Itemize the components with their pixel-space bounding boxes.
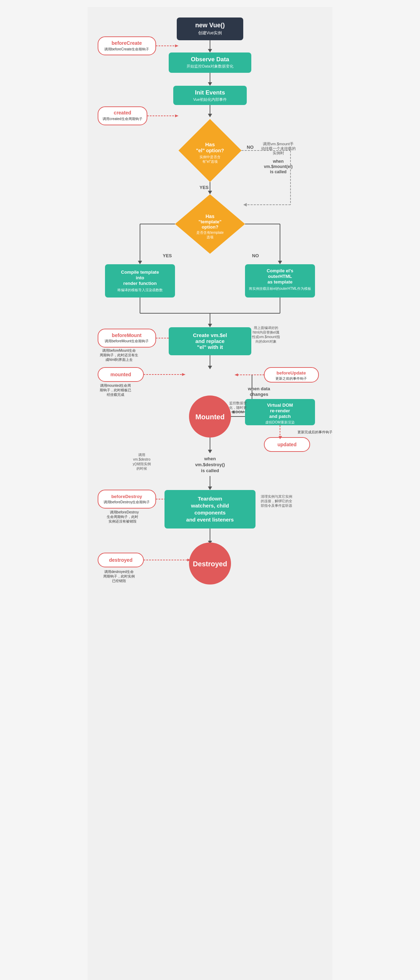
svg-text:将编译的模板导入渲染函数数: 将编译的模板导入渲染函数数: [117, 288, 163, 292]
svg-text:调用vm.$mount手: 调用vm.$mount手: [263, 142, 293, 146]
svg-text:更新完成后的事件钩子: 更新完成后的事件钩子: [298, 430, 332, 434]
svg-text:调用created生命周期钩子: 调用created生命周期钩子: [103, 117, 142, 121]
svg-text:调用beforeCreate生命期钩子: 调用beforeCreate生命期钩子: [104, 47, 149, 51]
svg-text:vm.$destroy(): vm.$destroy(): [195, 462, 225, 467]
svg-text:Compile template: Compile template: [121, 269, 159, 275]
svg-text:Has: Has: [205, 142, 215, 147]
svg-text:有"el"选项: 有"el"选项: [202, 160, 218, 164]
svg-text:vm.$mount(el): vm.$mount(el): [264, 164, 293, 169]
svg-text:虚拟DOM重新渲染: 虚拟DOM重新渲染: [265, 420, 294, 424]
svg-text:y()销毁实例: y()销毁实例: [133, 462, 151, 466]
svg-text:调用beforeDestroy: 调用beforeDestroy: [110, 510, 139, 514]
svg-text:调用mounted生命周: 调用mounted生命周: [100, 383, 131, 387]
svg-text:周期钩子，此时实例: 周期钩子，此时实例: [103, 574, 135, 578]
svg-text:and event listeners: and event listeners: [186, 517, 234, 523]
svg-text:beforeDestroy: beforeDestroy: [111, 494, 142, 499]
svg-text:NO: NO: [247, 145, 254, 150]
svg-text:调用: 调用: [138, 453, 145, 457]
svg-text:Teardown: Teardown: [198, 496, 222, 501]
svg-text:render function: render function: [123, 281, 156, 286]
svg-text:is called: is called: [270, 169, 286, 174]
svg-text:vm.$destro: vm.$destro: [133, 457, 151, 461]
svg-text:re-render: re-render: [270, 408, 290, 414]
svg-text:when: when: [204, 456, 216, 461]
svg-text:Observe Data: Observe Data: [191, 56, 229, 63]
svg-text:beforeUpdate: beforeUpdate: [277, 370, 306, 375]
svg-text:mounted: mounted: [110, 372, 131, 377]
svg-text:选项: 选项: [207, 235, 213, 239]
svg-text:创建Vue实例: 创建Vue实例: [198, 30, 222, 35]
svg-text:beforeCreate: beforeCreate: [111, 40, 142, 46]
svg-text:option?: option?: [202, 224, 218, 230]
svg-text:"template": "template": [199, 219, 221, 224]
svg-text:when: when: [273, 159, 284, 164]
svg-text:生命周期钩子，此时: 生命周期钩子，此时: [107, 515, 138, 519]
svg-text:经挂载完成: 经挂载完成: [107, 393, 124, 396]
svg-text:beforeMount: beforeMount: [112, 332, 142, 338]
svg-text:when data: when data: [247, 386, 270, 391]
svg-text:更新之前的事件钩子: 更新之前的事件钩子: [275, 377, 307, 380]
svg-text:Has: Has: [205, 213, 215, 219]
svg-text:into: into: [136, 275, 144, 280]
svg-text:调用beforeDestroy生命期钩子: 调用beforeDestroy生命期钩子: [103, 500, 150, 504]
svg-text:Virtual DOM: Virtual DOM: [267, 402, 293, 408]
svg-text:清理实例与其它实例: 清理实例与其它实例: [261, 495, 292, 498]
svg-text:用上面编译好的: 用上面编译好的: [254, 326, 278, 330]
svg-text:Create vm.$el: Create vm.$el: [193, 332, 227, 338]
svg-text:created: created: [114, 110, 131, 116]
svg-text:实例还没有被销毁: 实例还没有被销毁: [108, 519, 137, 523]
svg-text:is called: is called: [201, 468, 219, 473]
svg-rect-1: [177, 18, 243, 40]
svg-text:destroyed: destroyed: [109, 557, 133, 563]
svg-text:Vue初始化内部事件: Vue初始化内部事件: [193, 97, 227, 102]
svg-text:动挂载一个未挂载的: 动挂载一个未挂载的: [261, 146, 296, 151]
svg-text:Init Events: Init Events: [195, 89, 225, 96]
svg-text:watchers, child: watchers, child: [191, 503, 229, 509]
svg-text:期钩子，此时模板已: 期钩子，此时模板已: [100, 388, 131, 392]
svg-text:Mounted: Mounted: [195, 413, 224, 421]
svg-rect-21: [98, 107, 147, 125]
svg-text:周期钩子，此时还没有生: 周期钩子，此时还没有生: [100, 353, 138, 357]
svg-text:向的dom对象: 向的dom对象: [256, 339, 276, 344]
svg-text:NO: NO: [252, 253, 259, 258]
svg-text:性或vm.$mount指: 性或vm.$mount指: [251, 335, 280, 339]
svg-text:监控数据变: 监控数据变: [229, 401, 247, 405]
svg-rect-137: [98, 490, 156, 508]
svg-text:changes: changes: [250, 391, 269, 397]
diagram-container: new Vue() 创建Vue实例 beforeCreate 调用beforeC…: [88, 7, 332, 980]
svg-text:实例中是否含: 实例中是否含: [199, 155, 221, 159]
svg-text:是否含有template: 是否含有template: [196, 231, 224, 234]
svg-text:and replace: and replace: [195, 338, 224, 344]
svg-rect-75: [98, 329, 156, 347]
svg-text:"el" option?: "el" option?: [196, 148, 224, 153]
svg-text:outerHTML: outerHTML: [268, 274, 292, 279]
svg-text:实例时: 实例时: [273, 151, 284, 155]
svg-text:components: components: [194, 510, 225, 515]
svg-rect-164: [88, 595, 332, 602]
svg-text:部指令及事件监听器: 部指令及事件监听器: [261, 504, 292, 508]
svg-text:and patch: and patch: [269, 414, 291, 419]
svg-text:化，随时更: 化，随时更: [229, 406, 247, 409]
svg-text:调用beforeMount生命: 调用beforeMount生命: [102, 348, 136, 352]
svg-text:"el" with it: "el" with it: [197, 344, 223, 350]
svg-text:updated: updated: [278, 442, 296, 447]
svg-rect-6: [98, 37, 156, 55]
svg-text:将实例挂载目标el的outerHTML作为模板: 将实例挂载目标el的outerHTML作为模板: [248, 286, 311, 291]
svg-text:调用destroyed生命: 调用destroyed生命: [104, 570, 134, 574]
svg-text:Compile el's: Compile el's: [267, 268, 293, 274]
svg-text:开始监控Data对象数据变化: 开始监控Data对象数据变化: [186, 64, 233, 68]
svg-text:成html到界面上去: 成html到界面上去: [105, 358, 133, 361]
svg-rect-11: [169, 52, 251, 73]
svg-text:的时候: 的时候: [137, 466, 147, 470]
svg-text:调用beforeMount生命期钩子: 调用beforeMount生命期钩子: [105, 339, 149, 343]
svg-text:Destroyed: Destroyed: [193, 560, 227, 568]
svg-text:YES: YES: [199, 185, 208, 190]
svg-text:YES: YES: [163, 253, 172, 258]
svg-text:new Vue(): new Vue(): [195, 22, 225, 29]
svg-text:html内容替换el属: html内容替换el属: [253, 330, 280, 334]
svg-text:的连接，解绑它的全: 的连接，解绑它的全: [261, 499, 292, 503]
svg-text:as template: as template: [267, 279, 293, 285]
svg-text:已经销毁: 已经销毁: [112, 579, 126, 583]
